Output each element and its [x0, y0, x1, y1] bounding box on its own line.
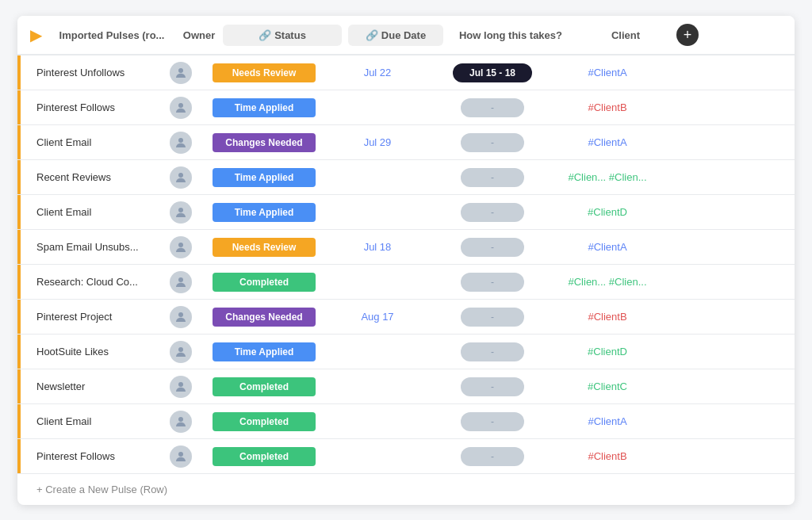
row-name[interactable]: Research: Cloud Co... — [30, 276, 157, 288]
row-howlong[interactable]: - — [425, 447, 560, 466]
avatar[interactable] — [170, 306, 192, 328]
row-owner — [157, 97, 205, 119]
status-badge[interactable]: Completed — [213, 377, 316, 396]
column-headers: ▶ Imported Pulses (ro... Owner 🔗 Status … — [17, 16, 795, 55]
row-name[interactable]: Newsletter — [30, 380, 157, 392]
row-name[interactable]: Client Email — [30, 415, 157, 427]
svg-point-8 — [178, 347, 183, 352]
avatar[interactable] — [170, 341, 192, 363]
row-name[interactable]: Client Email — [30, 136, 157, 148]
row-status[interactable]: Time Applied — [205, 339, 324, 365]
row-howlong[interactable]: - — [425, 238, 560, 257]
row-duedate[interactable]: Jul 22 — [330, 67, 425, 78]
table-row: HootSuite LikesTime Applied-#ClientD — [17, 335, 795, 369]
avatar[interactable] — [170, 97, 192, 119]
status-column-header[interactable]: 🔗 Status — [223, 25, 342, 46]
table-row: Client EmailCompleted-#ClientA — [17, 404, 795, 439]
howlong-badge: - — [461, 308, 524, 327]
row-name[interactable]: Pinterest Follows — [30, 450, 157, 462]
status-badge[interactable]: Changes Needed — [213, 133, 316, 152]
row-howlong[interactable]: - — [425, 273, 560, 292]
status-badge[interactable]: Completed — [213, 412, 316, 431]
row-status[interactable]: Completed — [205, 374, 324, 400]
status-badge[interactable]: Time Applied — [213, 342, 316, 361]
row-name[interactable]: Pinterest Project — [30, 311, 157, 323]
row-name[interactable]: Spam Email Unsubs... — [30, 241, 157, 253]
row-duedate[interactable]: Aug 17 — [330, 311, 425, 323]
status-badge[interactable]: Time Applied — [213, 203, 316, 222]
howlong-badge: - — [461, 273, 524, 292]
row-status[interactable]: Time Applied — [205, 200, 324, 225]
table-row: Recent ReviewsTime Applied-#Clien... #Cl… — [17, 160, 795, 195]
row-howlong[interactable]: - — [425, 342, 560, 361]
avatar[interactable] — [170, 236, 192, 258]
row-name[interactable]: Client Email — [30, 206, 157, 218]
row-indicator — [17, 439, 21, 473]
avatar[interactable] — [170, 411, 192, 433]
create-row-button[interactable]: + Create a New Pulse (Row) — [17, 474, 795, 505]
add-column-button[interactable]: + — [676, 24, 699, 46]
row-howlong[interactable]: - — [425, 168, 560, 187]
row-owner — [157, 62, 205, 84]
row-howlong[interactable]: - — [425, 377, 560, 396]
svg-point-1 — [178, 103, 183, 108]
avatar[interactable] — [170, 271, 192, 293]
row-client: #ClientA — [560, 136, 655, 148]
howlong-badge: - — [461, 133, 524, 152]
status-badge[interactable]: Completed — [213, 447, 316, 466]
avatar[interactable] — [170, 166, 192, 189]
row-status[interactable]: Completed — [205, 444, 324, 469]
row-howlong[interactable]: - — [425, 133, 560, 152]
status-badge[interactable]: Time Applied — [213, 98, 316, 117]
row-howlong[interactable]: - — [425, 98, 560, 117]
row-name[interactable]: Recent Reviews — [30, 171, 157, 183]
status-badge[interactable]: Needs Review — [213, 238, 316, 257]
svg-point-3 — [178, 173, 183, 178]
status-badge[interactable]: Changes Needed — [213, 308, 316, 327]
avatar[interactable] — [170, 445, 192, 468]
expand-arrow-icon[interactable]: ▶ — [30, 25, 42, 44]
row-client: #ClientB — [560, 311, 655, 323]
row-client: #ClientC — [560, 380, 655, 392]
row-howlong[interactable]: - — [425, 203, 560, 222]
howlong-badge: - — [461, 168, 524, 187]
row-status[interactable]: Needs Review — [205, 235, 324, 260]
row-duedate[interactable]: Jul 18 — [330, 241, 425, 253]
row-owner — [157, 376, 205, 398]
row-howlong[interactable]: Jul 15 - 18 — [425, 63, 560, 82]
duedate-column-header[interactable]: 🔗 Due Date — [348, 25, 443, 46]
status-badge[interactable]: Time Applied — [213, 168, 316, 187]
row-indicator — [17, 369, 21, 403]
status-badge[interactable]: Completed — [213, 273, 316, 292]
row-status[interactable]: Completed — [205, 409, 324, 434]
row-status[interactable]: Changes Needed — [205, 130, 324, 155]
row-status[interactable]: Completed — [205, 270, 324, 295]
row-howlong[interactable]: - — [425, 308, 560, 327]
row-status[interactable]: Needs Review — [205, 60, 324, 86]
add-column-header[interactable]: + — [673, 24, 702, 46]
row-status[interactable]: Time Applied — [205, 165, 324, 190]
avatar[interactable] — [170, 376, 192, 398]
row-client: #ClientA — [560, 67, 655, 78]
svg-point-5 — [178, 243, 183, 247]
row-name[interactable]: HootSuite Likes — [30, 346, 157, 358]
row-owner — [157, 306, 205, 328]
row-owner — [157, 201, 205, 224]
row-indicator — [17, 55, 21, 90]
avatar[interactable] — [170, 201, 192, 224]
main-container: ▶ Imported Pulses (ro... Owner 🔗 Status … — [17, 16, 795, 505]
row-howlong[interactable]: - — [425, 412, 560, 431]
row-client: #ClientA — [560, 415, 655, 427]
row-client: #ClientB — [560, 101, 655, 113]
row-status[interactable]: Changes Needed — [205, 304, 324, 330]
row-owner — [157, 236, 205, 258]
row-name[interactable]: Pinterest Follows — [30, 101, 157, 113]
avatar[interactable] — [170, 132, 192, 154]
row-client: #ClientA — [560, 241, 655, 253]
row-name[interactable]: Pinterest Unfollows — [30, 67, 157, 78]
avatar[interactable] — [170, 62, 192, 84]
status-badge[interactable]: Needs Review — [213, 63, 316, 82]
row-status[interactable]: Time Applied — [205, 95, 324, 120]
row-owner — [157, 271, 205, 293]
row-duedate[interactable]: Jul 29 — [330, 136, 425, 148]
